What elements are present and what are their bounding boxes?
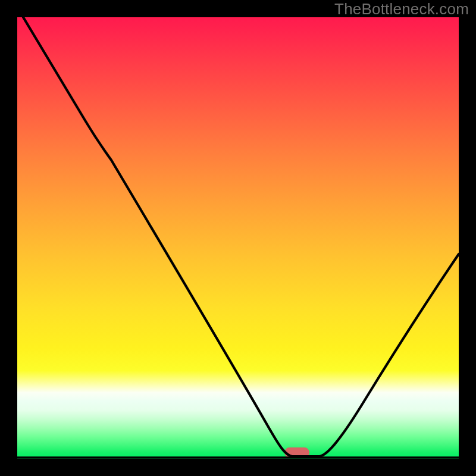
curve-path <box>23 17 459 456</box>
chart-frame: TheBottleneck.com <box>0 0 476 476</box>
bottleneck-curve <box>17 17 459 459</box>
plot-area <box>17 17 459 459</box>
watermark-text: TheBottleneck.com <box>334 0 469 18</box>
